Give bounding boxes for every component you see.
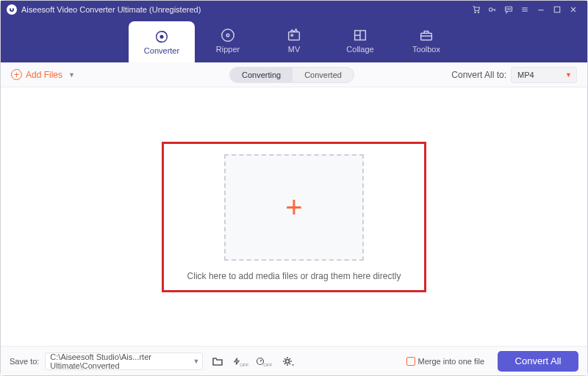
settings-button[interactable]: ▾	[279, 352, 297, 370]
plus-icon: +	[11, 69, 22, 80]
tab-collage[interactable]: Collage	[327, 18, 393, 62]
app-window: Aiseesoft Video Converter Ultimate (Unre…	[0, 0, 588, 376]
toolbar: + Add Files ▼ Converting Converted Conve…	[1, 62, 587, 87]
hardware-accel-button[interactable]: OFF	[232, 352, 250, 370]
seg-converting[interactable]: Converting	[230, 68, 293, 82]
tab-ripper[interactable]: Ripper	[195, 18, 261, 62]
high-speed-button[interactable]: OFF	[256, 352, 273, 370]
maximize-button[interactable]	[549, 2, 565, 17]
convert-all-value: MP4	[517, 70, 534, 79]
titlebar: Aiseesoft Video Converter Ultimate (Unre…	[1, 1, 587, 18]
svg-point-9	[160, 35, 163, 38]
tab-label: MV	[288, 45, 301, 54]
tab-label: Collage	[346, 45, 373, 54]
status-segment: Converting Converted	[229, 67, 354, 83]
merge-checkbox[interactable]: Merge into one file	[406, 357, 485, 366]
feedback-icon[interactable]	[501, 2, 517, 17]
tab-toolbox[interactable]: Toolbox	[393, 18, 459, 62]
convert-all-label: Convert All to:	[451, 70, 506, 80]
nav-tabs: Converter Ripper MV Collage Toolbox	[1, 18, 587, 62]
drop-hint: Click here to add media files or drag th…	[187, 271, 401, 281]
big-plus-icon: +	[285, 191, 302, 224]
tab-label: Toolbox	[412, 45, 440, 54]
convert-btn-label: Convert All	[515, 355, 562, 366]
convert-all-format-select[interactable]: MP4 ▼	[511, 67, 577, 83]
svg-point-1	[478, 12, 479, 13]
chevron-down-icon: ▼	[565, 71, 572, 79]
converter-icon	[154, 29, 170, 45]
tab-label: Converter	[144, 46, 179, 55]
ripper-icon	[220, 27, 236, 43]
open-folder-button[interactable]	[209, 352, 226, 370]
window-title: Aiseesoft Video Converter Ultimate (Unre…	[21, 5, 201, 14]
svg-rect-7	[554, 7, 560, 12]
tutorial-highlight-box: + Click here to add media files or drag …	[162, 142, 427, 292]
svg-point-10	[222, 29, 234, 42]
convert-all-button[interactable]: Convert All	[498, 351, 578, 372]
svg-point-17	[285, 359, 289, 363]
save-to-path-select[interactable]: C:\Aiseesoft Studio\Ais...rter Ultimate\…	[45, 352, 203, 370]
svg-rect-12	[289, 32, 300, 40]
merge-label: Merge into one file	[418, 357, 485, 366]
workspace: + Click here to add media files or drag …	[1, 87, 587, 346]
toolbox-icon	[418, 27, 434, 43]
save-to-path: C:\Aiseesoft Studio\Ais...rter Ultimate\…	[50, 352, 198, 370]
app-logo-icon	[7, 4, 17, 15]
svg-rect-15	[421, 33, 432, 40]
svg-point-0	[475, 12, 476, 13]
menu-icon[interactable]	[517, 2, 533, 17]
cart-icon[interactable]	[468, 2, 484, 17]
mv-icon	[286, 27, 302, 43]
svg-point-2	[490, 8, 493, 12]
tab-label: Ripper	[216, 45, 240, 54]
svg-point-4	[506, 9, 507, 10]
chevron-down-icon: ▼	[193, 358, 199, 365]
seg-converted[interactable]: Converted	[293, 68, 354, 82]
collage-icon	[352, 27, 368, 43]
svg-point-6	[510, 9, 511, 10]
key-icon[interactable]	[484, 2, 501, 17]
drop-zone[interactable]: +	[224, 154, 364, 261]
svg-point-5	[509, 9, 509, 10]
tab-converter[interactable]: Converter	[129, 21, 195, 62]
minimize-button[interactable]	[533, 2, 549, 17]
footer: Save to: C:\Aiseesoft Studio\Ais...rter …	[1, 346, 587, 375]
add-files-button[interactable]: + Add Files ▼	[11, 69, 75, 80]
svg-point-13	[291, 35, 293, 37]
tab-mv[interactable]: MV	[261, 18, 327, 62]
add-files-label: Add Files	[26, 70, 62, 80]
chevron-down-icon: ▼	[68, 71, 75, 79]
checkbox-icon	[406, 357, 415, 366]
close-button[interactable]	[565, 2, 581, 17]
svg-point-11	[226, 34, 229, 37]
save-to-label: Save to:	[10, 357, 39, 366]
